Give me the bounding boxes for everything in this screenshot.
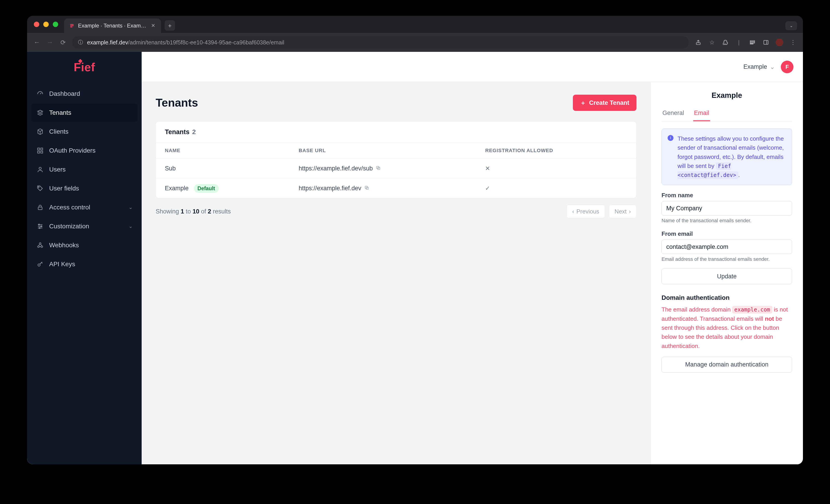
sidebar-item-customization[interactable]: Customization ⌄ bbox=[31, 217, 137, 235]
default-badge: Default bbox=[194, 184, 219, 193]
browser-tab[interactable]: Example · Tenants · Example ✕ bbox=[64, 19, 161, 33]
forward-button[interactable]: → bbox=[46, 39, 54, 46]
url-text: example.fief.dev/admin/tenants/b19f5f8c-… bbox=[87, 39, 284, 46]
from-email-input[interactable] bbox=[662, 240, 792, 254]
share-icon[interactable] bbox=[694, 39, 702, 45]
sidebar-item-label: API Keys bbox=[49, 261, 75, 268]
count-badge: 2 bbox=[192, 128, 196, 136]
domain-auth-title: Domain authentication bbox=[662, 294, 792, 301]
bookmark-icon[interactable]: ☆ bbox=[708, 39, 716, 46]
from-email-field: From email Email address of the transact… bbox=[662, 230, 792, 262]
favicon-icon bbox=[69, 23, 75, 29]
copy-icon[interactable] bbox=[376, 166, 381, 171]
chevron-left-icon: ‹ bbox=[572, 208, 574, 215]
svg-rect-6 bbox=[41, 148, 43, 150]
tab-overflow-button[interactable]: ⌄ bbox=[785, 21, 797, 30]
page-body: Tenants ＋ Create Tenant Tenants 2 bbox=[141, 82, 650, 464]
org-switcher[interactable]: Example ⌄ bbox=[743, 63, 775, 71]
info-note: i These settings allow you to configure … bbox=[662, 129, 792, 185]
from-email-label: From email bbox=[662, 230, 792, 237]
chevron-down-icon: ⌄ bbox=[129, 204, 133, 210]
gauge-icon bbox=[36, 90, 44, 98]
new-tab-button[interactable]: ＋ bbox=[165, 20, 175, 31]
from-name-input[interactable] bbox=[662, 201, 792, 215]
chevron-down-icon: ⌄ bbox=[770, 63, 775, 71]
reload-button[interactable]: ⟳ bbox=[59, 39, 67, 46]
tab-general[interactable]: General bbox=[662, 106, 685, 121]
col-registration[interactable]: REGISTRATION ALLOWED bbox=[476, 143, 636, 159]
sidebar-item-label: Dashboard bbox=[49, 90, 80, 97]
svg-rect-1 bbox=[750, 41, 755, 41]
from-name-field: From name Name of the transactional emai… bbox=[662, 192, 792, 224]
stage: Example · Tenants · Example ✕ ＋ ⌄ ← → ⟳ … bbox=[0, 0, 830, 504]
domain-auth-warning: The email address domain example.com is … bbox=[662, 305, 792, 350]
brand-logo[interactable]: Fief bbox=[27, 52, 141, 82]
sidebar-item-tenants[interactable]: Tenants bbox=[31, 104, 137, 122]
cell-base-url: https://example.fief.dev/sub bbox=[299, 165, 373, 172]
chevron-right-icon: › bbox=[629, 208, 631, 215]
browser-tabbar: Example · Tenants · Example ✕ ＋ ⌄ bbox=[27, 16, 803, 33]
close-window-icon[interactable] bbox=[34, 22, 39, 27]
from-email-help: Email address of the transactional email… bbox=[662, 256, 792, 262]
stack-icon bbox=[36, 109, 44, 117]
sidebar-item-users[interactable]: Users bbox=[31, 161, 137, 178]
col-name[interactable]: NAME bbox=[156, 143, 290, 159]
table-row[interactable]: Example Default https://example.fief.dev bbox=[156, 178, 636, 198]
avatar-initial: F bbox=[786, 64, 789, 70]
minimize-window-icon[interactable] bbox=[43, 22, 49, 27]
sidebar: Fief Dashboard Tenants bbox=[27, 52, 141, 464]
sidebar-item-label: Tenants bbox=[49, 109, 71, 116]
url-path: /admin/tenants/b19f5f8c-ee10-4394-95ae-c… bbox=[128, 39, 284, 45]
card-title-text: Tenants bbox=[165, 128, 189, 136]
copy-icon[interactable] bbox=[364, 186, 369, 191]
next-page-button[interactable]: Next › bbox=[609, 205, 637, 218]
site-info-icon[interactable]: ⓘ bbox=[78, 39, 83, 46]
sidebar-item-userfields[interactable]: User fields bbox=[31, 179, 137, 197]
prev-page-button[interactable]: ‹ Previous bbox=[567, 205, 605, 218]
pagination: Showing 1 to 10 of 2 results ‹ bbox=[156, 205, 637, 218]
fullscreen-window-icon[interactable] bbox=[53, 22, 58, 27]
sidebar-item-apikeys[interactable]: API Keys bbox=[31, 255, 137, 273]
sidebar-item-clients[interactable]: Clients bbox=[31, 123, 137, 141]
pagination-summary: Showing 1 to 10 of 2 results bbox=[156, 208, 231, 215]
details-tabs: General Email bbox=[662, 106, 792, 121]
tablist-icon[interactable] bbox=[748, 39, 757, 45]
button-label: Previous bbox=[576, 208, 599, 215]
svg-rect-11 bbox=[38, 207, 42, 210]
sidepanel-icon[interactable] bbox=[762, 39, 770, 45]
info-icon: i bbox=[668, 135, 673, 141]
update-button[interactable]: Update bbox=[662, 268, 792, 284]
webhook-icon bbox=[36, 241, 44, 249]
plus-icon: ＋ bbox=[580, 99, 586, 107]
code-chip: example.com bbox=[732, 306, 772, 313]
cell-name: Sub bbox=[165, 165, 176, 172]
col-base-url[interactable]: BASE URL bbox=[290, 143, 476, 159]
profile-badge[interactable] bbox=[775, 38, 784, 46]
sidebar-item-webhooks[interactable]: Webhooks bbox=[31, 236, 137, 254]
table-row[interactable]: Sub https://example.fief.dev/sub bbox=[156, 159, 636, 178]
nav: Dashboard Tenants Clients bbox=[27, 82, 141, 275]
button-label: Create Tenant bbox=[589, 99, 629, 106]
card-title: Tenants 2 bbox=[156, 122, 636, 142]
manage-domain-auth-button[interactable]: Manage domain authentication bbox=[662, 357, 792, 373]
cell-base-url: https://example.fief.dev bbox=[299, 185, 361, 192]
page-header: Tenants ＋ Create Tenant bbox=[156, 95, 637, 111]
brand-name: Fief bbox=[74, 60, 95, 74]
extensions-icon[interactable] bbox=[721, 39, 729, 45]
svg-rect-2 bbox=[750, 42, 755, 43]
svg-point-16 bbox=[41, 246, 43, 248]
tag-icon bbox=[36, 184, 44, 193]
address-bar[interactable]: ⓘ example.fief.dev/admin/tenants/b19f5f8… bbox=[72, 36, 689, 49]
sidebar-item-label: User fields bbox=[49, 185, 79, 192]
close-tab-icon[interactable]: ✕ bbox=[151, 23, 155, 29]
kebab-menu-icon[interactable]: ⋮ bbox=[789, 39, 797, 46]
create-tenant-button[interactable]: ＋ Create Tenant bbox=[573, 95, 637, 111]
sidebar-item-dashboard[interactable]: Dashboard bbox=[31, 85, 137, 103]
sidebar-item-access[interactable]: Access control ⌄ bbox=[31, 198, 137, 216]
browser-window: Example · Tenants · Example ✕ ＋ ⌄ ← → ⟳ … bbox=[27, 16, 803, 464]
sliders-icon bbox=[36, 222, 44, 230]
avatar[interactable]: F bbox=[781, 61, 794, 73]
sidebar-item-oauth[interactable]: OAuth Providers bbox=[31, 141, 137, 160]
tab-email[interactable]: Email bbox=[693, 106, 710, 121]
back-button[interactable]: ← bbox=[33, 39, 41, 46]
